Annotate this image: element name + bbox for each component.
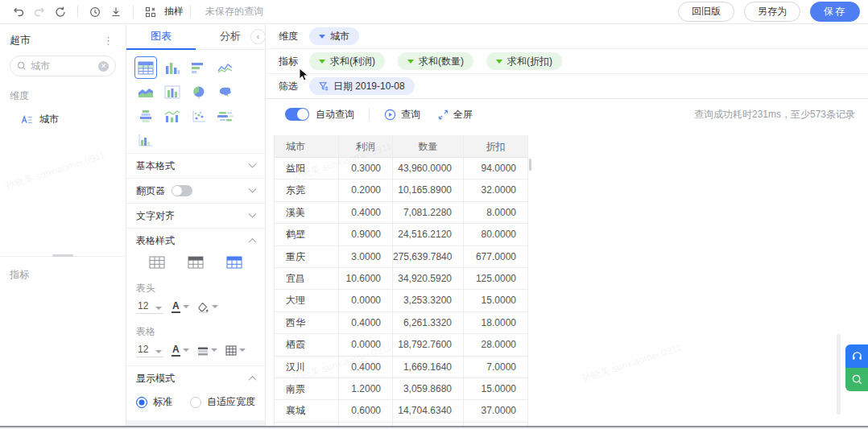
clear-search-icon[interactable]: ✕ (98, 61, 109, 72)
back-to-old-version-button[interactable]: 回旧版 (678, 2, 734, 22)
body-font-size-select[interactable]: 12 (136, 344, 163, 357)
search-help-button[interactable] (845, 368, 868, 391)
sampling-label[interactable]: 抽样 (164, 5, 184, 19)
chart-type-column-icon[interactable] (161, 56, 184, 79)
fullscreen-button[interactable]: 全屏 (438, 108, 473, 122)
section-basic-format[interactable]: 基本格式 (126, 153, 265, 178)
table-row[interactable]: 大理0.00003,253.320015.0000 (275, 290, 528, 311)
radio-standard[interactable]: 标准 (136, 395, 172, 409)
support-headset-button[interactable] (845, 344, 868, 368)
section-table-style[interactable]: 表格样式 (126, 228, 265, 253)
section-text-align[interactable]: 文字对齐 (126, 203, 265, 228)
auto-query-toggle[interactable] (285, 108, 309, 121)
table-style-plain-icon[interactable] (149, 256, 165, 269)
query-main-area: 维度 城市 指标 求和(利润)求和(数量)求和(折扣) 筛选 日期 2019-1… (266, 24, 868, 429)
chart-type-wordcloud-icon[interactable] (214, 105, 237, 127)
text-field-icon (21, 115, 33, 125)
dimension-pill-city[interactable]: 城市 (309, 27, 359, 45)
metric-pill[interactable]: 求和(数量) (398, 52, 473, 70)
row-stripes-icon (197, 346, 209, 356)
table-header-cell[interactable]: 数量 (393, 135, 464, 158)
save-as-button[interactable]: 另存为 (744, 2, 800, 22)
field-search-box[interactable]: ✕ (10, 56, 116, 76)
kebab-menu-icon[interactable]: ⋮ (101, 35, 116, 47)
metric-pill[interactable]: 求和(折扣) (486, 52, 562, 70)
table-style-dark-header-icon[interactable] (188, 256, 204, 269)
run-query-button[interactable]: 查询 (384, 108, 420, 122)
chart-type-line-icon[interactable] (214, 56, 237, 79)
table-row[interactable]: 溪美0.40007,081.22808.0000 (275, 202, 528, 224)
table-style-blue-header-icon[interactable] (226, 256, 242, 269)
table-row[interactable]: 襄城0.600014,704.634037.0000 (275, 400, 528, 422)
header-font-color-picker[interactable]: A (172, 301, 189, 313)
chart-type-scatter-icon[interactable] (188, 105, 210, 127)
chevron-up-icon (249, 237, 257, 245)
header-font-size-select[interactable]: 12 (136, 300, 163, 314)
table-scrollbar-thumb[interactable] (529, 159, 531, 171)
table-header-cell[interactable]: 利润 (339, 135, 393, 158)
chart-type-area-icon[interactable] (134, 80, 157, 103)
undo-icon[interactable] (8, 3, 29, 21)
sampling-icon[interactable] (140, 3, 161, 21)
table-row[interactable]: 重庆3.0000275,639.7840677.0000 (275, 246, 528, 268)
triangle-down-icon (319, 35, 325, 39)
table-row[interactable]: 鹤壁0.900024,516.212080.0000 (275, 224, 528, 245)
table-row[interactable]: 汉川0.40001,669.16407.0000 (275, 357, 528, 378)
table-header-cell[interactable]: 城市 (275, 135, 339, 158)
table-row[interactable]: 西华0.40006,261.332018.0000 (275, 312, 528, 334)
download-icon[interactable] (105, 3, 126, 21)
caret-down-icon (211, 349, 217, 352)
sidebar-splitter[interactable] (0, 256, 126, 257)
chart-type-map-icon[interactable] (214, 80, 237, 103)
chevron-down-icon (249, 184, 257, 192)
chart-type-grouped-column-icon[interactable] (161, 80, 184, 103)
body-font-color-picker[interactable]: A (172, 344, 189, 357)
filter-row-label: 筛选 (279, 80, 298, 93)
section-pager[interactable]: 翻页器 (126, 178, 265, 203)
field-search-input[interactable] (31, 60, 98, 72)
table-cell: 28.0000 (464, 334, 528, 356)
chart-type-bar-icon[interactable] (188, 56, 210, 79)
table-cell: 0.0000 (339, 290, 393, 311)
table-row[interactable]: 栖霞0.000018,792.760028.0000 (275, 334, 528, 356)
caret-down-icon (239, 349, 246, 352)
filter-config-row: 筛选 日期 2019-10-08 (266, 74, 868, 99)
splitter-handle-icon[interactable] (52, 254, 73, 257)
table-row[interactable]: 宜昌10.600034,920.5920125.0000 (275, 268, 528, 290)
chart-type-table-icon[interactable] (134, 56, 157, 79)
toolbar-divider (77, 6, 78, 18)
radio-adaptive-width[interactable]: 自适应宽度 (190, 395, 255, 409)
section-label: 表格样式 (136, 234, 175, 248)
table-cell: 15.0000 (464, 290, 528, 311)
chart-type-combo-icon[interactable] (161, 105, 184, 127)
header-fill-color-picker[interactable] (197, 302, 218, 313)
tab-chart[interactable]: 图表 (126, 24, 196, 49)
table-row[interactable]: 益阳0.300043,960.000094.0000 (275, 158, 528, 179)
metric-pill[interactable]: 求和(利润) (309, 52, 385, 70)
sidebar-item-dimension-city[interactable]: 城市 (0, 106, 126, 133)
triangle-down-icon (496, 60, 502, 64)
save-button[interactable]: 保存 (810, 2, 860, 22)
border-style-picker[interactable] (225, 345, 246, 356)
refresh-icon[interactable] (50, 3, 71, 21)
section-display-mode[interactable]: 显示模式 (126, 365, 265, 390)
table-header-cell[interactable]: 折扣 (464, 135, 528, 158)
table-row[interactable]: 东莞0.200010,165.890032.0000 (275, 179, 528, 201)
redo-icon[interactable] (29, 3, 50, 21)
history-icon[interactable] (85, 3, 105, 21)
dimension-field-label: 城市 (39, 113, 59, 126)
page-scrollbar-thumb[interactable] (837, 334, 841, 415)
caret-down-icon (155, 307, 162, 310)
chart-type-funnel-icon[interactable] (134, 105, 157, 127)
floating-help-buttons (845, 344, 868, 391)
caret-down-icon (183, 349, 189, 352)
body-format-controls: 12 A (126, 340, 265, 362)
chart-type-histogram-icon[interactable] (134, 129, 157, 151)
filter-pill-date[interactable]: 日期 2019-10-08 (309, 77, 415, 95)
table-row[interactable]: 南票1.20003,059.868015.0000 (275, 378, 528, 400)
pager-toggle[interactable] (172, 185, 192, 196)
chart-type-pie-icon[interactable] (188, 80, 210, 103)
collapse-panel-icon[interactable]: ‹ (250, 29, 266, 44)
row-stripe-color-picker[interactable] (197, 346, 217, 356)
table-cell: 94.0000 (464, 158, 528, 179)
